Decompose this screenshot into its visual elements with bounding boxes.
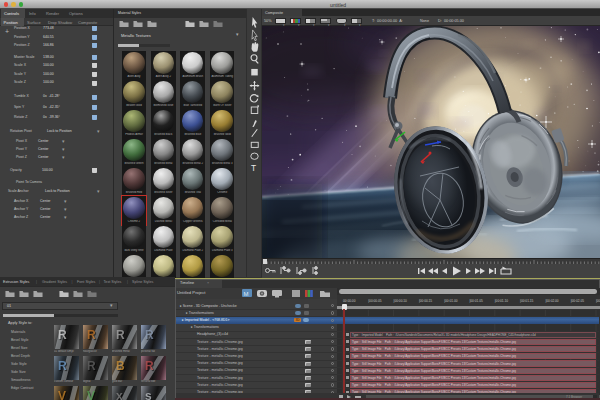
svg-text:M: M [243, 291, 248, 297]
svg-text:|00:01.15: |00:01.15 [520, 299, 533, 303]
svg-text:|00:02.10: |00:02.10 [596, 299, 600, 303]
svg-text:|00:02.00: |00:02.00 [545, 299, 558, 303]
svg-text:|00:02.05: |00:02.05 [571, 299, 584, 303]
svg-text:T: T [251, 163, 256, 173]
svg-text:00:00.00: 00:00.00 [343, 299, 356, 303]
svg-text:|00:01.05: |00:01.05 [470, 299, 483, 303]
svg-text:|00:00.10: |00:00.10 [394, 299, 407, 303]
svg-text:|00:00.15: |00:00.15 [419, 299, 432, 303]
svg-text:|00:01.00: |00:01.00 [444, 299, 457, 303]
svg-text:|00:01.10: |00:01.10 [495, 299, 508, 303]
svg-text:|00:00.05: |00:00.05 [368, 299, 381, 303]
